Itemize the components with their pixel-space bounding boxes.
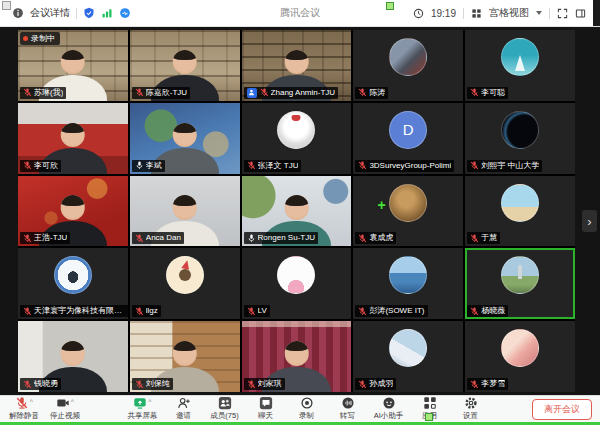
mic-muted-icon (23, 88, 32, 97)
ai-assistant-button[interactable]: AI小助手 (373, 398, 405, 420)
participant-tile[interactable]: 刘家琪 (242, 321, 352, 392)
pagoda-avatar (501, 38, 539, 76)
participant-tile[interactable]: Zhang Anmin-TJU (242, 30, 352, 101)
person-silhouette (284, 50, 309, 75)
mic-muted-icon (15, 396, 29, 414)
participant-name: 李可欣 (34, 161, 58, 171)
mic-muted-icon (23, 161, 32, 170)
participant-name-label: 杨晓薇 (467, 305, 508, 317)
invite-icon (177, 396, 191, 414)
person-silhouette (61, 341, 86, 366)
clock-icon (413, 8, 424, 19)
moon-avatar (501, 111, 539, 149)
participant-name-label: 钱晓勇 (20, 378, 61, 390)
view-mode-label[interactable]: 宫格视图 (489, 6, 529, 20)
apps-button[interactable]: 应用 (414, 398, 446, 420)
participant-name: 陈嘉欣-TJU (146, 88, 187, 98)
participant-tile[interactable]: 彭涛(SOWE IT) (353, 248, 463, 319)
participant-tile[interactable]: D3DSurveyGroup-Polimi (353, 103, 463, 174)
video-stage: 录制中 苏琳(我)陈嘉欣-TJUZhang Anmin-TJU陈涛李可聪李可欣李… (0, 27, 600, 395)
participant-tile[interactable]: LV (242, 248, 352, 319)
chat-button[interactable]: 聊天 (250, 398, 282, 420)
health-check-icon[interactable] (119, 7, 131, 19)
next-page-button[interactable]: › (582, 210, 597, 232)
cursor-artifact (386, 2, 394, 10)
mic-muted-icon (247, 380, 256, 389)
participant-name: LV (258, 306, 267, 316)
cursor-plus-artifact: + (378, 197, 386, 213)
grid-view-icon[interactable] (471, 8, 482, 19)
security-shield-icon[interactable] (83, 7, 95, 19)
stop-video-button[interactable]: ^停止视频 (49, 398, 81, 420)
mic-muted-icon (247, 161, 256, 170)
participant-name-label: 陈涛 (355, 87, 388, 99)
settings-button[interactable]: 设置 (455, 398, 487, 420)
mini-window-icon[interactable] (2, 1, 11, 10)
mic-muted-icon (23, 234, 32, 243)
members-button[interactable]: 成员(75) (209, 398, 241, 420)
camera-icon (56, 396, 70, 414)
mic-muted-icon (135, 307, 144, 316)
participant-tile[interactable]: 李可欣 (18, 103, 128, 174)
participant-name-label: llgz (132, 305, 161, 317)
participant-tile[interactable]: 王浩-TJU (18, 176, 128, 247)
participant-tile[interactable]: Rongen Su-TJU (242, 176, 352, 247)
leave-meeting-button[interactable]: 离开会议 (532, 399, 592, 420)
record-button[interactable]: 录制 (291, 398, 323, 420)
participant-tile[interactable]: llgz (130, 248, 240, 319)
recording-badge: 录制中 (20, 32, 60, 45)
participant-name: Zhang Anmin-TJU (271, 88, 335, 98)
participant-name-label: 张泽文 TJU (244, 160, 302, 172)
participant-name-label: 于慧 (467, 232, 500, 244)
participant-tile[interactable]: 陈涛 (353, 30, 463, 101)
participant-name-label: 李可欣 (20, 160, 61, 172)
participant-tile[interactable]: 天津寰宇为像科技有限公司-逐鹿 (18, 248, 128, 319)
network-signal-icon[interactable] (101, 7, 113, 19)
participant-tile[interactable]: 于慧 (465, 176, 575, 247)
transcribe-icon (341, 396, 355, 414)
chevron-down-icon[interactable] (536, 11, 542, 15)
participant-tile[interactable]: Anca Dan (130, 176, 240, 247)
participant-tile[interactable]: +袁成虎 (353, 176, 463, 247)
meeting-details-link[interactable]: 会议详情 (30, 6, 70, 20)
mic-muted-icon (135, 88, 144, 97)
mic-muted-icon (135, 380, 144, 389)
participant-name: 3DSurveyGroup-Polimi (369, 161, 451, 171)
participant-tile-active-speaker[interactable]: 杨晓薇 (465, 248, 575, 319)
tree-avatar (389, 329, 427, 367)
participant-name: llgz (146, 306, 158, 316)
divider (463, 8, 464, 19)
participant-tile[interactable]: 李可聪 (465, 30, 575, 101)
info-icon[interactable] (12, 7, 24, 19)
chevron-right-icon: › (587, 214, 591, 229)
person-silhouette (61, 123, 86, 148)
expand-caret[interactable]: ^ (148, 398, 151, 405)
fullscreen-icon[interactable] (557, 8, 568, 19)
participant-name: Anca Dan (146, 233, 181, 243)
side-panel-icon[interactable] (575, 8, 586, 19)
participant-tile[interactable]: 张泽文 TJU (242, 103, 352, 174)
app-title: 腾讯会议 (280, 6, 320, 20)
participant-tile[interactable]: 李梦雪 (465, 321, 575, 392)
participant-name-label: 苏琳(我) (20, 87, 66, 99)
share-screen-button[interactable]: ^共享屏幕 (127, 398, 159, 420)
unmute-button[interactable]: ^解除静音 (8, 398, 40, 420)
participant-tile[interactable]: 陈嘉欣-TJU (130, 30, 240, 101)
participant-tile[interactable]: 刘熙宇 中山大学 (465, 103, 575, 174)
expand-caret[interactable]: ^ (30, 398, 33, 405)
participant-tile[interactable]: 钱晓勇 (18, 321, 128, 392)
expand-caret[interactable]: ^ (71, 398, 74, 405)
mic-on-icon (135, 161, 144, 170)
invite-button[interactable]: 邀请 (168, 398, 200, 420)
person-silhouette (172, 341, 197, 366)
participant-name: 孙成羽 (369, 379, 393, 389)
participant-tile[interactable]: 李斌 (130, 103, 240, 174)
rabbit-avatar (277, 256, 315, 294)
participant-tile[interactable]: 刘保纯 (130, 321, 240, 392)
transcribe-button[interactable]: 转写 (332, 398, 364, 420)
red-hat-avatar (166, 256, 204, 294)
mic-muted-icon (247, 307, 256, 316)
mic-on-icon (247, 234, 256, 243)
participant-name: 天津寰宇为像科技有限公司-逐鹿 (34, 306, 128, 316)
participant-tile[interactable]: 孙成羽 (353, 321, 463, 392)
